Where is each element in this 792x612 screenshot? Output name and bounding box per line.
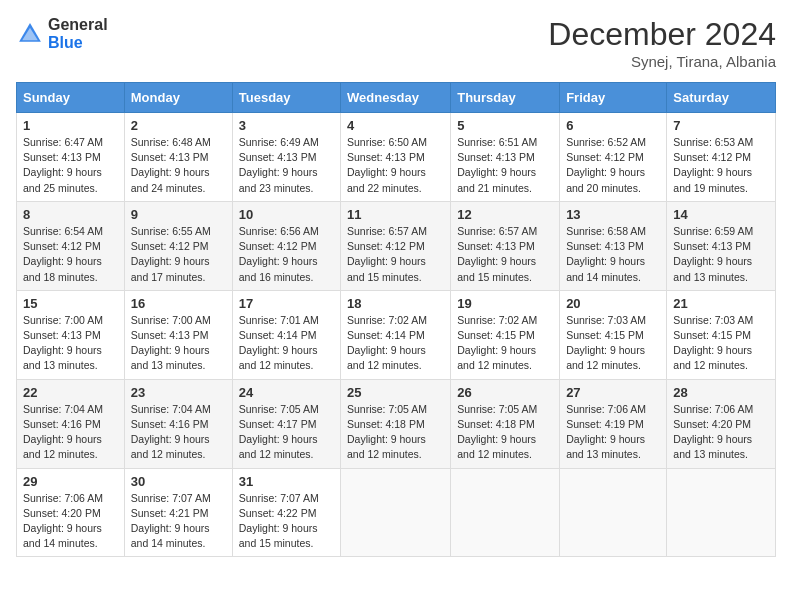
day-info: Sunrise: 7:04 AM Sunset: 4:16 PM Dayligh… [23, 402, 118, 463]
calendar-cell: 23Sunrise: 7:04 AM Sunset: 4:16 PM Dayli… [124, 379, 232, 468]
calendar-cell: 18Sunrise: 7:02 AM Sunset: 4:14 PM Dayli… [341, 290, 451, 379]
calendar-cell: 9Sunrise: 6:55 AM Sunset: 4:12 PM Daylig… [124, 201, 232, 290]
calendar-week-row: 1Sunrise: 6:47 AM Sunset: 4:13 PM Daylig… [17, 113, 776, 202]
calendar-cell: 11Sunrise: 6:57 AM Sunset: 4:12 PM Dayli… [341, 201, 451, 290]
calendar-cell [667, 468, 776, 557]
day-number: 27 [566, 385, 660, 400]
day-header-thursday: Thursday [451, 83, 560, 113]
calendar-cell: 7Sunrise: 6:53 AM Sunset: 4:12 PM Daylig… [667, 113, 776, 202]
day-info: Sunrise: 7:00 AM Sunset: 4:13 PM Dayligh… [23, 313, 118, 374]
day-info: Sunrise: 6:58 AM Sunset: 4:13 PM Dayligh… [566, 224, 660, 285]
day-header-monday: Monday [124, 83, 232, 113]
day-header-wednesday: Wednesday [341, 83, 451, 113]
day-info: Sunrise: 7:05 AM Sunset: 4:18 PM Dayligh… [457, 402, 553, 463]
calendar-cell: 6Sunrise: 6:52 AM Sunset: 4:12 PM Daylig… [560, 113, 667, 202]
calendar-cell: 10Sunrise: 6:56 AM Sunset: 4:12 PM Dayli… [232, 201, 340, 290]
title-block: December 2024 Synej, Tirana, Albania [548, 16, 776, 70]
calendar-cell: 17Sunrise: 7:01 AM Sunset: 4:14 PM Dayli… [232, 290, 340, 379]
calendar-cell [451, 468, 560, 557]
day-info: Sunrise: 7:06 AM Sunset: 4:19 PM Dayligh… [566, 402, 660, 463]
calendar-cell [341, 468, 451, 557]
day-header-friday: Friday [560, 83, 667, 113]
day-info: Sunrise: 6:48 AM Sunset: 4:13 PM Dayligh… [131, 135, 226, 196]
day-number: 11 [347, 207, 444, 222]
calendar-cell: 2Sunrise: 6:48 AM Sunset: 4:13 PM Daylig… [124, 113, 232, 202]
calendar-cell: 24Sunrise: 7:05 AM Sunset: 4:17 PM Dayli… [232, 379, 340, 468]
day-info: Sunrise: 7:06 AM Sunset: 4:20 PM Dayligh… [23, 491, 118, 552]
calendar-cell: 28Sunrise: 7:06 AM Sunset: 4:20 PM Dayli… [667, 379, 776, 468]
day-info: Sunrise: 6:53 AM Sunset: 4:12 PM Dayligh… [673, 135, 769, 196]
day-info: Sunrise: 6:59 AM Sunset: 4:13 PM Dayligh… [673, 224, 769, 285]
location: Synej, Tirana, Albania [548, 53, 776, 70]
day-info: Sunrise: 6:50 AM Sunset: 4:13 PM Dayligh… [347, 135, 444, 196]
calendar-cell: 13Sunrise: 6:58 AM Sunset: 4:13 PM Dayli… [560, 201, 667, 290]
calendar-cell: 8Sunrise: 6:54 AM Sunset: 4:12 PM Daylig… [17, 201, 125, 290]
logo-text: General Blue [48, 16, 108, 51]
day-number: 3 [239, 118, 334, 133]
day-number: 25 [347, 385, 444, 400]
calendar-cell: 1Sunrise: 6:47 AM Sunset: 4:13 PM Daylig… [17, 113, 125, 202]
calendar-cell: 15Sunrise: 7:00 AM Sunset: 4:13 PM Dayli… [17, 290, 125, 379]
day-number: 13 [566, 207, 660, 222]
calendar-week-row: 15Sunrise: 7:00 AM Sunset: 4:13 PM Dayli… [17, 290, 776, 379]
day-number: 17 [239, 296, 334, 311]
day-info: Sunrise: 7:04 AM Sunset: 4:16 PM Dayligh… [131, 402, 226, 463]
day-info: Sunrise: 6:57 AM Sunset: 4:12 PM Dayligh… [347, 224, 444, 285]
day-number: 24 [239, 385, 334, 400]
day-info: Sunrise: 6:51 AM Sunset: 4:13 PM Dayligh… [457, 135, 553, 196]
day-info: Sunrise: 7:05 AM Sunset: 4:17 PM Dayligh… [239, 402, 334, 463]
day-number: 6 [566, 118, 660, 133]
day-number: 14 [673, 207, 769, 222]
day-number: 1 [23, 118, 118, 133]
day-number: 9 [131, 207, 226, 222]
day-info: Sunrise: 7:02 AM Sunset: 4:15 PM Dayligh… [457, 313, 553, 374]
calendar-cell: 25Sunrise: 7:05 AM Sunset: 4:18 PM Dayli… [341, 379, 451, 468]
day-info: Sunrise: 6:56 AM Sunset: 4:12 PM Dayligh… [239, 224, 334, 285]
day-info: Sunrise: 6:55 AM Sunset: 4:12 PM Dayligh… [131, 224, 226, 285]
day-number: 19 [457, 296, 553, 311]
day-number: 4 [347, 118, 444, 133]
day-info: Sunrise: 7:07 AM Sunset: 4:21 PM Dayligh… [131, 491, 226, 552]
day-info: Sunrise: 7:03 AM Sunset: 4:15 PM Dayligh… [566, 313, 660, 374]
day-number: 10 [239, 207, 334, 222]
calendar-cell: 30Sunrise: 7:07 AM Sunset: 4:21 PM Dayli… [124, 468, 232, 557]
calendar-cell: 4Sunrise: 6:50 AM Sunset: 4:13 PM Daylig… [341, 113, 451, 202]
day-number: 12 [457, 207, 553, 222]
day-header-saturday: Saturday [667, 83, 776, 113]
calendar-cell: 16Sunrise: 7:00 AM Sunset: 4:13 PM Dayli… [124, 290, 232, 379]
day-info: Sunrise: 6:57 AM Sunset: 4:13 PM Dayligh… [457, 224, 553, 285]
calendar-cell: 14Sunrise: 6:59 AM Sunset: 4:13 PM Dayli… [667, 201, 776, 290]
calendar-table: SundayMondayTuesdayWednesdayThursdayFrid… [16, 82, 776, 557]
day-info: Sunrise: 6:52 AM Sunset: 4:12 PM Dayligh… [566, 135, 660, 196]
logo: General Blue [16, 16, 108, 51]
calendar-week-row: 22Sunrise: 7:04 AM Sunset: 4:16 PM Dayli… [17, 379, 776, 468]
calendar-cell: 29Sunrise: 7:06 AM Sunset: 4:20 PM Dayli… [17, 468, 125, 557]
day-number: 18 [347, 296, 444, 311]
day-header-tuesday: Tuesday [232, 83, 340, 113]
day-number: 26 [457, 385, 553, 400]
calendar-cell: 12Sunrise: 6:57 AM Sunset: 4:13 PM Dayli… [451, 201, 560, 290]
day-number: 29 [23, 474, 118, 489]
day-info: Sunrise: 7:06 AM Sunset: 4:20 PM Dayligh… [673, 402, 769, 463]
day-number: 2 [131, 118, 226, 133]
day-number: 8 [23, 207, 118, 222]
calendar-header-row: SundayMondayTuesdayWednesdayThursdayFrid… [17, 83, 776, 113]
day-number: 30 [131, 474, 226, 489]
calendar-cell: 31Sunrise: 7:07 AM Sunset: 4:22 PM Dayli… [232, 468, 340, 557]
calendar-cell: 22Sunrise: 7:04 AM Sunset: 4:16 PM Dayli… [17, 379, 125, 468]
day-info: Sunrise: 6:47 AM Sunset: 4:13 PM Dayligh… [23, 135, 118, 196]
day-number: 31 [239, 474, 334, 489]
page-header: General Blue December 2024 Synej, Tirana… [16, 16, 776, 70]
calendar-week-row: 29Sunrise: 7:06 AM Sunset: 4:20 PM Dayli… [17, 468, 776, 557]
calendar-cell: 19Sunrise: 7:02 AM Sunset: 4:15 PM Dayli… [451, 290, 560, 379]
day-info: Sunrise: 7:02 AM Sunset: 4:14 PM Dayligh… [347, 313, 444, 374]
day-number: 7 [673, 118, 769, 133]
calendar-cell: 5Sunrise: 6:51 AM Sunset: 4:13 PM Daylig… [451, 113, 560, 202]
day-info: Sunrise: 7:00 AM Sunset: 4:13 PM Dayligh… [131, 313, 226, 374]
calendar-cell: 3Sunrise: 6:49 AM Sunset: 4:13 PM Daylig… [232, 113, 340, 202]
month-title: December 2024 [548, 16, 776, 53]
day-info: Sunrise: 6:49 AM Sunset: 4:13 PM Dayligh… [239, 135, 334, 196]
day-number: 15 [23, 296, 118, 311]
day-number: 20 [566, 296, 660, 311]
calendar-cell: 27Sunrise: 7:06 AM Sunset: 4:19 PM Dayli… [560, 379, 667, 468]
